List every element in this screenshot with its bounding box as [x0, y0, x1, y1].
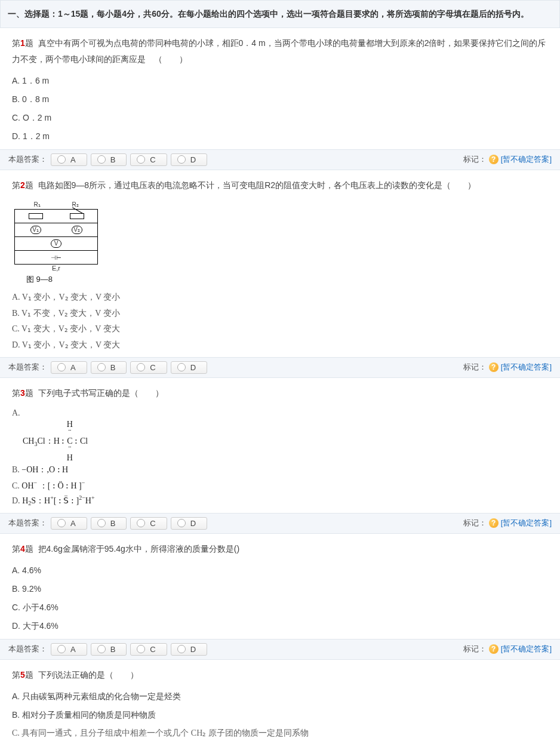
radio-icon: [97, 519, 106, 527]
q-number: 3: [20, 388, 25, 398]
option: B. V₁ 不变，V₂ 变大，V 变小: [12, 306, 548, 322]
radio-icon: [57, 155, 66, 164]
option: A. 只由碳氢两种元素组成的化合物一定是烃类: [12, 687, 548, 706]
question-4-stem: 把4.6g金属钠溶于95.4g水中，所得溶液的质量分数是(): [38, 544, 240, 554]
mark-uncertain-link[interactable]: [暂不确定答案]: [501, 518, 552, 528]
choice-A-button[interactable]: A: [51, 517, 87, 530]
q-prefix: 第: [12, 544, 20, 554]
choice-C-button[interactable]: C: [130, 361, 167, 374]
answer-bar-3: 本题答案： A B C D 标记： ? [暂不确定答案]: [0, 513, 560, 534]
choice-text: D: [190, 645, 196, 654]
mark-area: 标记： ? [暂不确定答案]: [463, 154, 552, 165]
radio-icon: [137, 155, 145, 164]
circuit-figure: R₁R₂ V₁V₂ V ⊣⊢ E,r 图 9—8: [12, 196, 548, 285]
question-3: 第3题 下列电子式书写正确的是（ ） A. CH3Cl：H ꞉ H ¨ C ¨ …: [0, 378, 560, 513]
radio-icon: [177, 645, 186, 653]
mark-label: 标记：: [463, 644, 487, 654]
question-2-stem: 电路如图9—8所示，通过电压表的电流忽略不计，当可变电阻R2的阻值变大时，各个电…: [38, 180, 476, 190]
option: C. OH− ：[ ꞉ Ö ꞉ H ]−: [12, 478, 548, 493]
help-icon[interactable]: ?: [489, 362, 499, 372]
q-prefix: 第: [12, 670, 20, 680]
choice-D-button[interactable]: D: [171, 153, 207, 166]
choice-text: D: [190, 363, 196, 372]
question-1-title: 第1题 真空中有两个可视为点电荷的带同种电荷的小球，相距0．4 m，当两个带电小…: [12, 35, 548, 67]
radio-icon: [137, 363, 145, 371]
answer-label: 本题答案：: [8, 644, 47, 654]
question-2-title: 第2题 电路如图9—8所示，通过电压表的电流忽略不计，当可变电阻R2的阻值变大时…: [12, 177, 548, 193]
choice-B-button[interactable]: B: [91, 643, 127, 656]
choice-A-button[interactable]: A: [51, 361, 87, 374]
choice-C-button[interactable]: C: [130, 517, 167, 530]
answer-bar-2: 本题答案： A B C D 标记： ? [暂不确定答案]: [0, 357, 560, 378]
choice-B-button[interactable]: B: [91, 517, 127, 530]
choice-text: C: [150, 645, 155, 654]
question-5-title: 第5题 下列说法正确的是（ ）: [12, 667, 548, 683]
question-1-stem: 真空中有两个可视为点电荷的带同种电荷的小球，相距0．4 m，当两个带电小球的电荷…: [12, 38, 546, 64]
option-text: D. V₁ 变小，V₂ 变大，V 变大: [12, 337, 120, 353]
option: D. H2S：H+[ ꞉ S̈ ꞉ ]2−H+: [12, 493, 548, 509]
option-text: B. V₁ 不变，V₂ 变大，V 变小: [12, 306, 120, 322]
radio-icon: [97, 155, 106, 164]
choice-text: D: [190, 519, 196, 528]
answer-label: 本题答案：: [8, 362, 47, 373]
radio-icon: [97, 645, 106, 653]
question-1-options: A. 1．6 m B. 0．8 m C. O．2 m D. 1．2 m: [12, 72, 548, 145]
choice-A-button[interactable]: A: [51, 643, 87, 656]
radio-icon: [177, 155, 186, 164]
option: A. CH3Cl：H ꞉ H ¨ C ¨ H ꞉ Cl: [12, 405, 548, 462]
help-icon[interactable]: ?: [489, 155, 499, 164]
answer-label: 本题答案：: [8, 518, 47, 528]
radio-icon: [177, 363, 186, 371]
q-number: 2: [20, 180, 25, 190]
q-prefix: 第: [12, 38, 20, 48]
section-header: 一、选择题：1～15题，每小题4分，共60分。在每小题给出的四个选项中，选出一项…: [0, 0, 560, 28]
question-4-title: 第4题 把4.6g金属钠溶于95.4g水中，所得溶液的质量分数是(): [12, 541, 548, 557]
choice-D-button[interactable]: D: [171, 361, 207, 374]
choice-B-button[interactable]: B: [91, 153, 127, 166]
mark-area: 标记： ? [暂不确定答案]: [463, 518, 552, 528]
mark-uncertain-link[interactable]: [暂不确定答案]: [501, 362, 552, 373]
choice-C-button[interactable]: C: [130, 153, 167, 166]
q-suffix: 题: [25, 38, 33, 48]
option: C. 小于4.6%: [12, 598, 548, 617]
question-1: 第1题 真空中有两个可视为点电荷的带同种电荷的小球，相距0．4 m，当两个带电小…: [0, 28, 560, 149]
choice-C-button[interactable]: C: [130, 643, 167, 656]
question-5-options: A. 只由碳氢两种元素组成的化合物一定是烃类 B. 相对分子质量相同的物质是同种…: [12, 687, 548, 747]
q-number: 4: [20, 544, 25, 554]
option: B. 9.2%: [12, 580, 548, 598]
figure-caption: 图 9—8: [26, 274, 548, 285]
choice-D-button[interactable]: D: [171, 643, 207, 656]
question-5-stem: 下列说法正确的是（ ）: [38, 670, 139, 680]
choice-D-button[interactable]: D: [171, 517, 207, 530]
radio-icon: [57, 645, 66, 653]
option: B. −OH：,O ꞉ H: [12, 462, 548, 477]
question-4: 第4题 把4.6g金属钠溶于95.4g水中，所得溶液的质量分数是() A. 4.…: [0, 534, 560, 639]
option: A. 1．6 m: [12, 72, 548, 90]
choice-B-button[interactable]: B: [91, 361, 127, 374]
radio-icon: [57, 519, 66, 527]
choice-text: A: [70, 363, 76, 372]
question-4-options: A. 4.6% B. 9.2% C. 小于4.6% D. 大于4.6%: [12, 561, 548, 635]
choice-A-button[interactable]: A: [51, 153, 87, 166]
q-prefix: 第: [12, 388, 20, 398]
option: A. 4.6%: [12, 561, 548, 580]
help-icon[interactable]: ?: [489, 644, 499, 654]
q-number: 1: [20, 38, 25, 48]
radio-icon: [97, 363, 106, 371]
mark-uncertain-link[interactable]: [暂不确定答案]: [501, 644, 552, 654]
answer-label: 本题答案：: [8, 154, 47, 165]
choice-text: B: [110, 363, 116, 372]
mark-uncertain-link[interactable]: [暂不确定答案]: [501, 154, 552, 165]
choice-text: A: [70, 645, 76, 654]
option: D. 1．2 m: [12, 127, 548, 146]
q-prefix: 第: [12, 180, 20, 190]
question-3-stem: 下列电子式书写正确的是（ ）: [38, 388, 164, 398]
option: A. V₁ 变小，V₂ 变大，V 变小: [12, 290, 548, 306]
help-icon[interactable]: ?: [489, 518, 499, 528]
mark-label: 标记：: [463, 154, 487, 165]
answer-bar-4: 本题答案： A B C D 标记： ? [暂不确定答案]: [0, 639, 560, 660]
q-suffix: 题: [25, 180, 33, 190]
question-3-title: 第3题 下列电子式书写正确的是（ ）: [12, 385, 548, 401]
option-text: C. V₁ 变大，V₂ 变小，V 变大: [12, 321, 120, 337]
choice-text: D: [190, 155, 196, 164]
